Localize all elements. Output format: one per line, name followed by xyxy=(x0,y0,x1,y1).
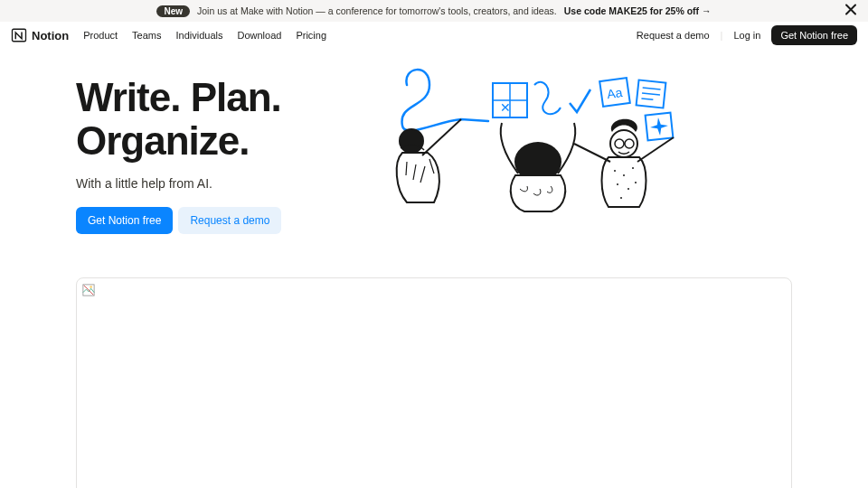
hero-illustration: ✕ Aa xyxy=(356,58,792,221)
logo-text: Notion xyxy=(32,29,69,42)
nav-get-free-button[interactable]: Get Notion free xyxy=(771,25,857,45)
svg-point-18 xyxy=(614,170,616,172)
banner-cta-link[interactable]: Use code MAKE25 for 25% off → xyxy=(564,5,712,16)
svg-line-10 xyxy=(641,99,653,99)
nav-right: Request a demo | Log in Get Notion free xyxy=(637,25,857,45)
person-1-illustration xyxy=(397,119,461,202)
broken-image-icon xyxy=(82,284,95,296)
hero-subtitle: With a little help from AI. xyxy=(76,176,356,191)
hero-section: Write. Plan. Organize. With a little hel… xyxy=(76,49,792,234)
svg-point-12 xyxy=(399,128,424,154)
person-3-illustration xyxy=(574,119,674,207)
svg-line-9 xyxy=(642,93,660,95)
request-demo-button[interactable]: Request a demo xyxy=(178,207,281,234)
svg-point-20 xyxy=(632,167,634,169)
person-2-illustration xyxy=(501,123,576,211)
banner-text: Join us at Make with Notion — a conferen… xyxy=(197,5,557,16)
announcement-banner: New Join us at Make with Notion — a conf… xyxy=(0,0,868,22)
nav-links: Product Teams Individuals Download Prici… xyxy=(83,30,326,41)
get-notion-free-button[interactable]: Get Notion free xyxy=(76,207,173,234)
main-nav: Notion Product Teams Individuals Downloa… xyxy=(0,22,868,49)
nav-request-demo[interactable]: Request a demo xyxy=(637,30,710,41)
svg-point-21 xyxy=(617,183,618,185)
notion-logo-icon xyxy=(11,27,27,43)
nav-download[interactable]: Download xyxy=(237,30,281,41)
nav-product[interactable]: Product xyxy=(83,30,118,41)
nav-individuals[interactable]: Individuals xyxy=(175,30,222,41)
logo[interactable]: Notion xyxy=(11,27,69,43)
svg-point-22 xyxy=(627,188,629,190)
svg-point-23 xyxy=(635,182,637,183)
nav-divider: | xyxy=(721,30,723,41)
nav-pricing[interactable]: Pricing xyxy=(296,30,326,41)
banner-pill: New xyxy=(156,5,190,17)
hero-title-line2: Organize. xyxy=(76,118,250,163)
svg-line-8 xyxy=(643,88,661,89)
hero-title: Write. Plan. Organize. xyxy=(76,76,356,164)
svg-text:✕: ✕ xyxy=(500,100,511,115)
hero-illustration-wrap: ✕ Aa xyxy=(356,58,792,234)
content-preview-frame xyxy=(76,277,792,488)
nav-login[interactable]: Log in xyxy=(733,30,760,41)
svg-point-19 xyxy=(623,174,625,176)
svg-text:Aa: Aa xyxy=(606,85,623,101)
svg-point-24 xyxy=(620,197,622,199)
close-icon[interactable] xyxy=(844,4,857,19)
nav-teams[interactable]: Teams xyxy=(132,30,161,41)
hero-content: Write. Plan. Organize. With a little hel… xyxy=(76,58,356,234)
hero-buttons: Get Notion free Request a demo xyxy=(76,207,356,234)
hero-title-line1: Write. Plan. xyxy=(76,75,281,119)
svg-point-26 xyxy=(90,286,92,288)
